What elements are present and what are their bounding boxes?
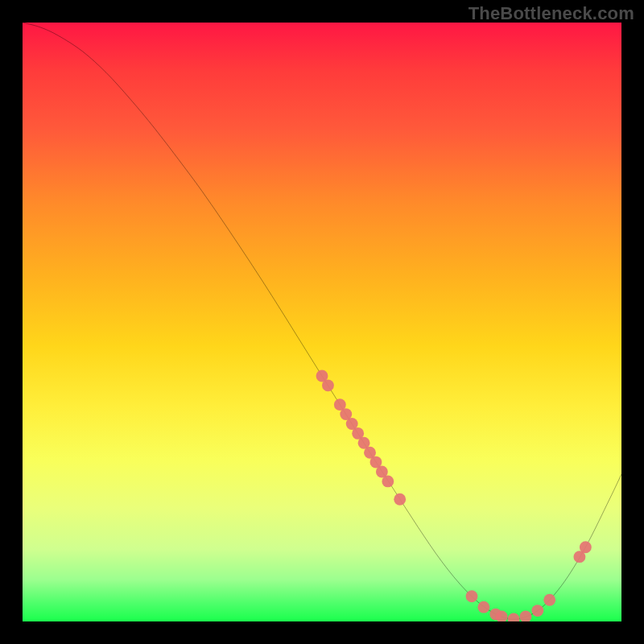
bottleneck-curve (23, 23, 621, 619)
watermark-text: TheBottleneck.com (469, 3, 634, 24)
data-point (508, 613, 520, 621)
chart-frame: TheBottleneck.com (0, 0, 644, 644)
data-point (382, 475, 394, 487)
data-point (531, 605, 543, 617)
data-point (394, 493, 406, 506)
data-point (580, 541, 592, 553)
data-point (520, 611, 532, 621)
data-point (543, 594, 555, 606)
curve-svg (23, 23, 621, 621)
data-point (466, 590, 478, 602)
data-point (322, 379, 334, 391)
data-point (477, 601, 489, 613)
plot-area (23, 23, 621, 621)
data-points (316, 370, 592, 621)
